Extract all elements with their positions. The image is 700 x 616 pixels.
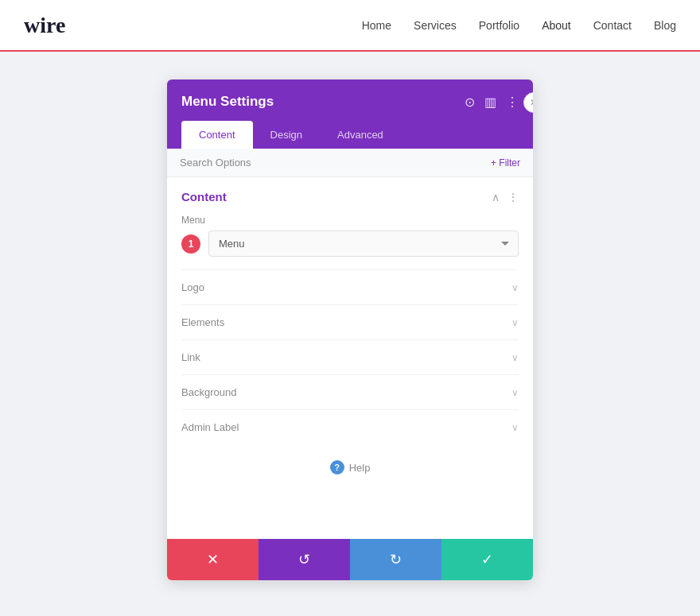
nav-services[interactable]: Services: [414, 19, 457, 32]
nav-about[interactable]: About: [542, 19, 571, 32]
undo-button[interactable]: ↺: [259, 539, 350, 580]
background-section[interactable]: Background ∨: [181, 374, 519, 409]
logo-section[interactable]: Logo ∨: [181, 269, 519, 304]
help-icon: ?: [330, 460, 344, 475]
save-button[interactable]: ✓: [441, 539, 533, 580]
nav-contact[interactable]: Contact: [593, 19, 632, 32]
nav-links: Home Services Portfolio About Contact Bl…: [362, 18, 676, 33]
panel-header-icons: ⊙ ▥ ⋮: [465, 95, 519, 110]
elements-chevron-icon: ∨: [511, 317, 519, 328]
menu-option-label: Menu: [181, 215, 519, 226]
panel-title: Menu Settings: [181, 94, 274, 110]
menu-select[interactable]: Menu: [208, 231, 519, 257]
admin-label-section-label: Admin Label: [181, 421, 239, 433]
content-section-title: Content: [181, 190, 227, 203]
panel-body: Content ∧ ⋮ Menu 1 Menu Logo ∨: [167, 177, 533, 580]
tab-design[interactable]: Design: [253, 121, 320, 149]
link-chevron-icon: ∨: [511, 352, 519, 363]
menu-option-row: Menu 1 Menu: [181, 215, 519, 257]
tab-advanced[interactable]: Advanced: [320, 121, 401, 149]
nav-home[interactable]: Home: [362, 19, 391, 32]
elements-section-label: Elements: [181, 316, 224, 328]
columns-icon[interactable]: ▥: [484, 95, 496, 110]
search-bar: Search Options + Filter: [167, 149, 533, 177]
section-more-icon[interactable]: ⋮: [508, 191, 519, 203]
settings-panel: ✕ Menu Settings ⊙ ▥ ⋮ Content Design Adv…: [167, 79, 533, 580]
admin-label-chevron-icon: ∨: [511, 422, 519, 433]
more-options-icon[interactable]: ⋮: [506, 95, 519, 110]
bottom-toolbar: ✕ ↺ ↻ ✓: [167, 539, 533, 580]
link-section-label: Link: [181, 351, 200, 363]
logo-section-label: Logo: [181, 281, 204, 293]
logo-chevron-icon: ∨: [511, 282, 519, 293]
menu-badge: 1: [181, 234, 200, 254]
help-row[interactable]: ? Help: [181, 460, 519, 475]
filter-button[interactable]: + Filter: [491, 157, 520, 169]
panel-header: Menu Settings ⊙ ▥ ⋮ Content Design Advan…: [167, 79, 533, 149]
collapse-section-icon[interactable]: ∧: [492, 191, 500, 203]
background-chevron-icon: ∨: [511, 387, 519, 398]
redo-button[interactable]: ↻: [350, 539, 441, 580]
page-content: ✕ Menu Settings ⊙ ▥ ⋮ Content Design Adv…: [0, 52, 700, 616]
nav-blog[interactable]: Blog: [654, 19, 676, 32]
search-options-label: Search Options: [180, 157, 251, 169]
top-navigation: wire Home Services Portfolio About Conta…: [0, 0, 700, 52]
content-section-header: Content ∧ ⋮: [181, 190, 519, 203]
background-section-label: Background: [181, 386, 236, 398]
site-logo: wire: [24, 13, 65, 38]
panel-title-row: Menu Settings ⊙ ▥ ⋮: [181, 94, 519, 110]
link-section[interactable]: Link ∨: [181, 339, 519, 374]
tab-content[interactable]: Content: [181, 121, 253, 149]
cancel-button[interactable]: ✕: [167, 539, 259, 580]
section-actions: ∧ ⋮: [492, 191, 519, 203]
help-label: Help: [349, 462, 371, 474]
panel-tabs: Content Design Advanced: [181, 121, 519, 149]
fullscreen-icon[interactable]: ⊙: [465, 95, 475, 110]
elements-section[interactable]: Elements ∨: [181, 304, 519, 339]
menu-select-row: 1 Menu: [181, 231, 519, 257]
admin-label-section[interactable]: Admin Label ∨: [181, 409, 519, 444]
nav-portfolio[interactable]: Portfolio: [479, 19, 519, 32]
